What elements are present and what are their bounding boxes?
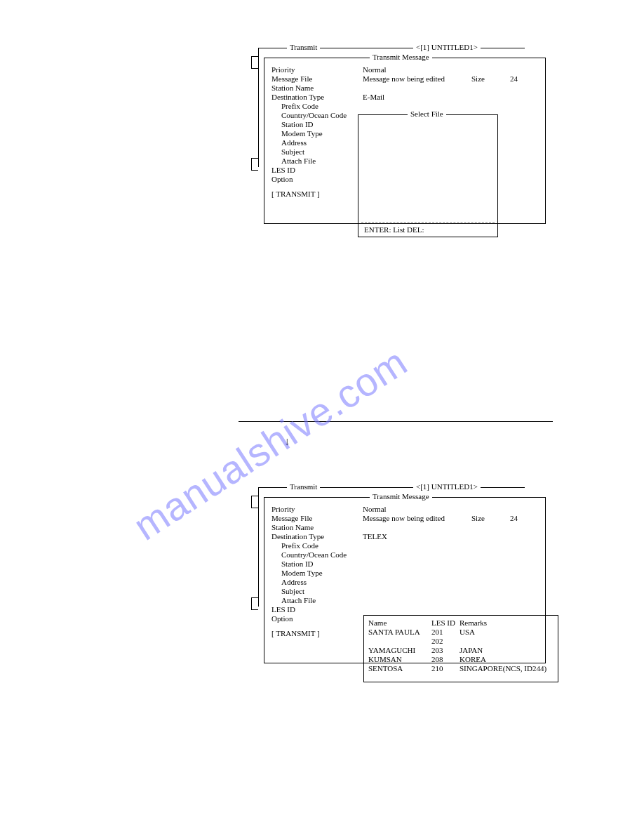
panel1-priority-label: Priority [271, 65, 363, 74]
les-cell-id: 210 [431, 664, 459, 673]
panel1-station-label: Station Name [271, 84, 314, 92]
panel1-outer-title-left: Transmit [287, 43, 320, 51]
panel2-dest-value: TELEX [363, 532, 387, 541]
panel1-size-label: Size [471, 74, 510, 83]
panel2-address-label: Address [281, 578, 307, 586]
panel1-msgfile-label: Message File [271, 74, 363, 83]
panel2-outer-title-right: <[1] UNTITLED1> [413, 482, 481, 491]
panel2-msgfile-value: Message now being edited [363, 514, 471, 522]
panel2-lesid-label: LES ID [271, 605, 295, 614]
panel2-size-value: 24 [510, 514, 518, 522]
panel2-outer-title-left: Transmit [287, 482, 320, 491]
panel2-station-label: Station Name [271, 523, 314, 531]
les-cell-name: KUMSAN [368, 655, 431, 663]
panel1-option-label: Option [271, 175, 293, 183]
panel2-dest-label: Destination Type [271, 532, 363, 541]
down-arrow-icon: ↓ [284, 435, 290, 448]
table-row[interactable]: YAMAGUCHI 203 JAPAN [368, 646, 554, 654]
panel2-bracket-bottom [251, 597, 258, 610]
panel1-bracket-bottom [251, 158, 258, 171]
panel2-country-label: Country/Ocean Code [281, 550, 347, 559]
panel1-selectfile-footer: ENTER: List DEL: [364, 225, 424, 234]
les-cell-id: 208 [431, 655, 459, 663]
panel2-inner-title: Transmit Message [370, 492, 432, 501]
les-cell-name [368, 637, 431, 645]
panel1-size-value: 24 [510, 74, 518, 83]
les-header-remarks: Remarks [459, 618, 554, 627]
panel1-selectfile-divider [361, 222, 495, 223]
panel1-priority-value: Normal [363, 65, 387, 74]
table-row[interactable]: KUMSAN 208 KOREA [368, 655, 554, 663]
panel1-address-label: Address [281, 138, 307, 147]
les-header-name: Name [368, 618, 431, 627]
les-cell-name: SANTA PAULA [368, 628, 431, 636]
panel2-les-table: Name LES ID Remarks SANTA PAULA 201 USA … [363, 615, 558, 682]
panel1-modem-label: Modem Type [281, 129, 323, 138]
les-cell-name: YAMAGUCHI [368, 646, 431, 654]
panel1-selectfile-title: Select File [408, 110, 446, 118]
les-cell-remarks: USA [459, 628, 554, 636]
panel1-selectfile: Select File ENTER: List DEL: [358, 114, 498, 237]
panel2-priority-value: Normal [363, 505, 387, 513]
les-cell-remarks: KOREA [459, 655, 554, 663]
table-row[interactable]: 202 [368, 637, 554, 645]
les-cell-id: 201 [431, 628, 459, 636]
les-cell-name: SENTOSA [368, 664, 431, 673]
les-header-lesid: LES ID [431, 618, 459, 627]
page-divider [239, 421, 553, 422]
panel2-msgfile-label: Message File [271, 514, 363, 522]
les-cell-remarks: SINGAPORE(NCS, ID244) [459, 664, 554, 673]
panel2-priority-label: Priority [271, 505, 363, 513]
panel2-size-label: Size [471, 514, 510, 522]
panel1-lesid-label: LES ID [271, 166, 295, 174]
panel2-attach-label: Attach File [281, 596, 316, 604]
les-cell-id: 202 [431, 637, 459, 645]
panel1-dest-label: Destination Type [271, 93, 363, 101]
panel2-modem-label: Modem Type [281, 569, 323, 577]
table-row[interactable]: SENTOSA 210 SINGAPORE(NCS, ID244) [368, 664, 554, 673]
les-table-header: Name LES ID Remarks [368, 618, 554, 627]
panel1-msgfile-value: Message now being edited [363, 74, 471, 83]
panel2-prefix-label: Prefix Code [281, 541, 318, 550]
panel1-subject-label: Subject [281, 147, 304, 156]
les-cell-remarks [459, 637, 554, 645]
panel1-stationid-label: Station ID [281, 120, 314, 128]
les-cell-id: 203 [431, 646, 459, 654]
panel1-transmit-button[interactable]: [ TRANSMIT ] [271, 190, 320, 198]
panel2-transmit-button[interactable]: [ TRANSMIT ] [271, 629, 320, 637]
panel2-stationid-label: Station ID [281, 560, 314, 568]
panel2-subject-label: Subject [281, 587, 304, 595]
les-cell-remarks: JAPAN [459, 646, 554, 654]
panel1-attach-label: Attach File [281, 157, 316, 165]
panel1-dest-value: E-Mail [363, 93, 384, 101]
panel2-bracket-top [251, 496, 258, 508]
panel1-bracket-top [251, 56, 258, 69]
panel2-option-label: Option [271, 614, 293, 623]
panel1-outer-title-right: <[1] UNTITLED1> [413, 43, 481, 51]
panel1-prefix-label: Prefix Code [281, 102, 318, 110]
panel1-country-label: Country/Ocean Code [281, 111, 347, 119]
table-row[interactable]: SANTA PAULA 201 USA [368, 628, 554, 636]
panel1-inner-title: Transmit Message [370, 53, 432, 61]
